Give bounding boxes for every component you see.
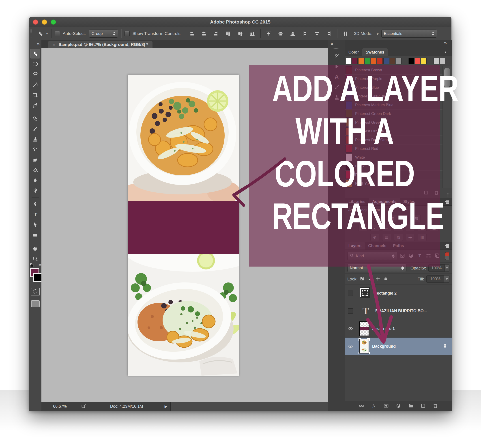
swatch-chip[interactable] <box>390 58 395 64</box>
swatch-chip[interactable] <box>396 58 401 64</box>
tool-zoom[interactable] <box>30 254 40 264</box>
swatch-chip[interactable] <box>358 58 364 64</box>
layer-row-background[interactable]: Background <box>345 338 452 355</box>
strip-expand-icon[interactable]: « <box>331 40 333 47</box>
di-b-button[interactable] <box>288 29 298 38</box>
trash-button[interactable] <box>433 403 438 410</box>
layer-thumbnail[interactable] <box>360 287 370 299</box>
document-tab[interactable]: × Sample.psd @ 66.7% (Background, RGB/8)… <box>48 41 152 48</box>
al-t-button[interactable] <box>223 29 233 38</box>
di-r-button[interactable] <box>324 29 334 38</box>
tool-type[interactable] <box>30 210 40 219</box>
swatch-chip[interactable] <box>346 58 351 64</box>
al-m-button[interactable] <box>235 29 245 38</box>
tool-bucket[interactable] <box>30 165 40 175</box>
layer-visibility-empty[interactable] <box>345 302 356 320</box>
link-button[interactable] <box>359 403 364 410</box>
tool-healing[interactable] <box>30 114 40 123</box>
canvas-rectangle-layer[interactable] <box>128 201 239 254</box>
layer-row-rectangle-2[interactable]: Rectangle 2 <box>345 284 452 302</box>
fill-value[interactable]: 100% <box>426 275 444 283</box>
fill-caret[interactable] <box>444 275 450 283</box>
swatch-chip[interactable] <box>383 58 389 64</box>
background-color-swatch[interactable] <box>33 273 42 282</box>
tool-dodge[interactable] <box>30 186 40 196</box>
3d-axis-icon[interactable] <box>341 29 350 38</box>
toolbar-expand-icon[interactable]: » <box>37 40 40 49</box>
panel-menu-icon[interactable] <box>444 243 450 249</box>
di-c-button[interactable] <box>312 29 322 38</box>
tool-blur[interactable] <box>30 176 40 185</box>
adj-button[interactable] <box>396 403 401 410</box>
tool-marquee[interactable] <box>30 59 40 69</box>
layer-visibility-empty[interactable] <box>345 284 356 302</box>
tool-hand[interactable] <box>30 244 40 253</box>
share-icon[interactable] <box>81 403 86 410</box>
opacity-caret[interactable] <box>445 264 450 272</box>
tool-history[interactable] <box>30 145 40 154</box>
lock-checker-icon[interactable] <box>360 276 365 282</box>
di-t-button[interactable] <box>264 29 274 38</box>
tool-rect[interactable] <box>30 230 40 240</box>
layer-visibility-eye-icon[interactable] <box>345 338 356 355</box>
tool-eyedropper[interactable] <box>30 100 40 110</box>
al-r-button[interactable] <box>211 29 221 38</box>
layer-thumbnail[interactable] <box>360 339 368 353</box>
swatch-chip[interactable] <box>440 58 445 64</box>
history-panel-icon[interactable] <box>332 52 342 61</box>
tool-wand[interactable] <box>30 80 40 89</box>
lock-icon[interactable] <box>383 276 388 282</box>
workspace-dropdown[interactable]: Essentials <box>381 30 437 38</box>
move-tool-option-icon[interactable] <box>35 29 45 38</box>
layer-thumbnail[interactable] <box>360 322 368 335</box>
tool-eraser[interactable] <box>30 155 40 165</box>
al-c-button[interactable] <box>199 29 209 38</box>
tool-brush[interactable] <box>30 124 40 134</box>
filter-toggle[interactable] <box>445 252 450 260</box>
swatch-chip[interactable] <box>365 58 370 64</box>
tool-lasso[interactable] <box>30 69 40 79</box>
al-l-button[interactable] <box>187 29 197 38</box>
mask-button[interactable] <box>383 403 389 410</box>
show-transform-checkbox[interactable] <box>125 31 130 36</box>
di-m-button[interactable] <box>276 29 286 38</box>
screen-mode-button[interactable] <box>31 300 40 307</box>
tool-preset-caret-icon[interactable]: ▼ <box>46 32 48 35</box>
swatch-chip[interactable] <box>434 58 439 64</box>
layer-row-brazilian-burrito-bo[interactable]: TBRAZILIAN BURRITO BO... <box>345 302 452 320</box>
layer-visibility-eye-icon[interactable] <box>345 320 356 337</box>
swatch-chip[interactable] <box>352 58 358 64</box>
tool-stamp[interactable] <box>30 134 40 144</box>
document-canvas[interactable] <box>128 75 239 376</box>
di-l-button[interactable] <box>300 29 310 38</box>
auto-select-checkbox[interactable] <box>55 31 60 36</box>
swap-colors-icon[interactable]: ⇄ <box>38 263 41 267</box>
tool-pen[interactable] <box>30 199 40 209</box>
fx-button[interactable] <box>371 403 377 410</box>
swatch-chip[interactable] <box>421 58 427 64</box>
tab-color[interactable]: Color <box>345 48 362 56</box>
layer-row-rectangle-1[interactable]: Rectangle 1 <box>345 320 452 338</box>
swatch-chip[interactable] <box>408 58 414 64</box>
tab-swatches[interactable]: Swatches <box>362 48 388 56</box>
folder-button[interactable] <box>408 403 413 410</box>
panel-menu-icon[interactable] <box>444 199 450 205</box>
default-colors-icon[interactable] <box>30 263 34 266</box>
tool-move[interactable] <box>30 49 40 59</box>
status-options-icon[interactable]: ▶ <box>165 404 167 409</box>
al-b-button[interactable] <box>248 29 257 38</box>
swatch-chip[interactable] <box>371 58 376 64</box>
lock-move-icon[interactable] <box>375 276 380 282</box>
quick-mask-button[interactable] <box>31 288 40 296</box>
newlayer-button[interactable] <box>420 403 426 410</box>
layer-thumbnail[interactable]: T <box>360 305 372 316</box>
zoom-level-field[interactable]: 66.67% <box>53 404 78 409</box>
swatch-chip[interactable] <box>415 58 420 64</box>
brush-icon[interactable] <box>368 276 372 282</box>
panel-menu-icon[interactable] <box>444 50 450 55</box>
panel-resize-grip[interactable] <box>447 193 451 197</box>
dock-collapse-icon[interactable]: » <box>444 41 447 46</box>
swatch-chip[interactable] <box>377 58 383 64</box>
auto-select-group-dropdown[interactable]: Group <box>89 30 118 38</box>
tool-pathsel[interactable] <box>30 220 40 230</box>
